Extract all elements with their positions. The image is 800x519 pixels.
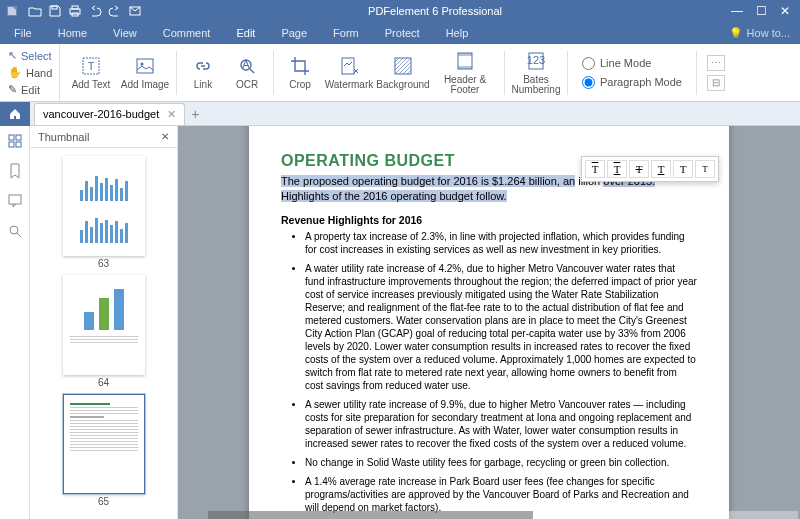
thumbnail-page-number: 63 <box>98 258 109 269</box>
add-tab-button[interactable]: + <box>191 106 199 122</box>
thumbnails-icon[interactable] <box>6 132 24 150</box>
thumbnail-list[interactable]: 63 64 65 <box>30 148 177 519</box>
format-option[interactable]: T <box>673 160 693 178</box>
pencil-icon: ✎ <box>8 83 17 96</box>
document-canvas[interactable]: OPERATING BUDGET The proposed operating … <box>178 126 800 519</box>
format-option[interactable]: T <box>695 160 715 178</box>
menu-comment[interactable]: Comment <box>159 25 215 41</box>
annotations-icon[interactable] <box>6 192 24 210</box>
ocr-icon: A <box>236 55 258 77</box>
maximize-button[interactable]: ☐ <box>750 2 772 20</box>
more-options-button[interactable]: ⋯ <box>707 55 725 71</box>
svg-point-9 <box>141 63 144 66</box>
search-icon[interactable] <box>6 222 24 240</box>
tab-close-icon[interactable]: ✕ <box>167 108 176 121</box>
svg-rect-15 <box>458 53 472 56</box>
watermark-button[interactable]: Watermark <box>322 47 376 99</box>
open-icon[interactable] <box>26 2 44 20</box>
line-mode-radio[interactable]: Line Mode <box>582 57 682 70</box>
list-item[interactable]: A 1.4% average rate increase in Park Boa… <box>305 475 697 514</box>
document-tab[interactable]: vancouver-2016-budget ✕ <box>34 103 185 125</box>
tab-title: vancouver-2016-budget <box>43 108 159 120</box>
thumbnail-panel-title: Thumbnail <box>38 131 89 143</box>
how-to-link[interactable]: 💡How to... <box>729 27 790 40</box>
document-tabbar: vancouver-2016-budget ✕ + <box>0 102 800 126</box>
hand-icon: ✋ <box>8 66 22 79</box>
home-tab-button[interactable] <box>0 102 30 126</box>
list-item[interactable]: A sewer utility rate increase of 9.9%, d… <box>305 398 697 450</box>
bates-icon: 123 <box>525 50 547 72</box>
app-logo-icon <box>4 3 20 19</box>
add-image-button[interactable]: Add Image <box>118 47 172 99</box>
text-icon: T <box>80 55 102 77</box>
lightbulb-icon: 💡 <box>729 27 743 40</box>
thumbnail-panel-close-icon[interactable]: ✕ <box>161 131 169 142</box>
edit-tool[interactable]: ✎Edit <box>8 82 59 97</box>
list-item[interactable]: A property tax increase of 2.3%, in line… <box>305 230 697 256</box>
quick-access-toolbar <box>26 2 144 20</box>
redo-icon[interactable] <box>106 2 124 20</box>
thumbnail-item[interactable]: 63 <box>63 156 145 269</box>
crop-button[interactable]: Crop <box>278 47 322 99</box>
thumbnail-item[interactable]: 64 <box>63 275 145 388</box>
menu-help[interactable]: Help <box>442 25 473 41</box>
document-page: OPERATING BUDGET The proposed operating … <box>249 126 729 519</box>
bookmarks-icon[interactable] <box>6 162 24 180</box>
menu-protect[interactable]: Protect <box>381 25 424 41</box>
text-format-toolbar: T T T T T T <box>581 156 719 182</box>
print-icon[interactable] <box>66 2 84 20</box>
svg-rect-8 <box>137 59 153 73</box>
menu-view[interactable]: View <box>109 25 141 41</box>
horizontal-scrollbar[interactable] <box>208 511 798 519</box>
save-icon[interactable] <box>46 2 64 20</box>
ribbon-tools: ↖Select ✋Hand ✎Edit <box>0 44 60 101</box>
mail-icon[interactable] <box>126 2 144 20</box>
menu-home[interactable]: Home <box>54 25 91 41</box>
svg-rect-22 <box>16 142 21 147</box>
paragraph-mode-radio[interactable]: Paragraph Mode <box>582 76 682 89</box>
menu-form[interactable]: Form <box>329 25 363 41</box>
svg-rect-19 <box>9 135 14 140</box>
thumbnail-page-number: 65 <box>98 496 109 507</box>
format-option[interactable]: T <box>585 160 605 178</box>
hand-tool[interactable]: ✋Hand <box>8 65 59 80</box>
list-item[interactable]: A water utility rate increase of 4.2%, d… <box>305 262 697 392</box>
background-icon <box>392 55 414 77</box>
header-footer-icon <box>454 50 476 72</box>
menu-edit[interactable]: Edit <box>232 25 259 41</box>
cursor-icon: ↖ <box>8 49 17 62</box>
thumbnail-item[interactable]: 65 <box>63 394 145 507</box>
format-option[interactable]: T <box>629 160 649 178</box>
ocr-button[interactable]: AOCR <box>225 47 269 99</box>
minimize-button[interactable]: — <box>726 2 748 20</box>
svg-text:A: A <box>242 58 250 70</box>
format-option[interactable]: T <box>651 160 671 178</box>
scrollbar-thumb[interactable] <box>208 511 533 519</box>
svg-rect-21 <box>9 142 14 147</box>
workspace: Thumbnail ✕ 63 64 65 OPERATING BUDGET Th… <box>0 126 800 519</box>
background-button[interactable]: Background <box>376 47 430 99</box>
menu-page[interactable]: Page <box>277 25 311 41</box>
link-button[interactable]: Link <box>181 47 225 99</box>
svg-rect-16 <box>458 66 472 69</box>
settings-button[interactable]: ⊟ <box>707 75 725 91</box>
add-text-button[interactable]: TAdd Text <box>64 47 118 99</box>
app-title: PDFelement 6 Professional <box>144 5 726 17</box>
link-icon <box>192 55 214 77</box>
format-option[interactable]: T <box>607 160 627 178</box>
ribbon: ↖Select ✋Hand ✎Edit TAdd Text Add Image … <box>0 44 800 102</box>
list-item[interactable]: No change in Solid Waste utility fees fo… <box>305 456 697 469</box>
bates-numbering-button[interactable]: 123Bates Numbering <box>509 47 563 99</box>
svg-rect-23 <box>9 195 21 204</box>
thumbnail-panel: Thumbnail ✕ 63 64 65 <box>30 126 178 519</box>
svg-text:123: 123 <box>527 54 545 66</box>
header-footer-button[interactable]: Header & Footer <box>430 47 500 99</box>
menubar: File Home View Comment Edit Page Form Pr… <box>0 22 800 44</box>
undo-icon[interactable] <box>86 2 104 20</box>
menu-file[interactable]: File <box>10 25 36 41</box>
svg-rect-12 <box>342 58 354 74</box>
left-gutter <box>0 126 30 519</box>
close-button[interactable]: ✕ <box>774 2 796 20</box>
titlebar: PDFelement 6 Professional — ☐ ✕ <box>0 0 800 22</box>
select-tool[interactable]: ↖Select <box>8 48 59 63</box>
